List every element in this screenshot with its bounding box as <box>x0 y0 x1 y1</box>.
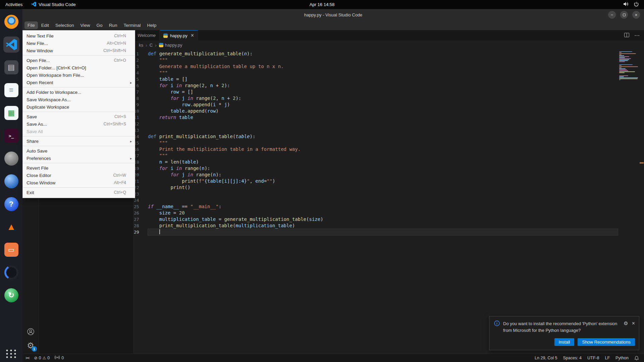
menubar-item-help[interactable]: Help <box>144 21 159 29</box>
power-icon[interactable] <box>634 2 639 7</box>
menubar-item-selection[interactable]: Selection <box>52 21 77 29</box>
encoding[interactable]: UTF-8 <box>587 356 599 360</box>
minimap-line <box>619 66 638 67</box>
dock-item-file-manager[interactable]: ▤ <box>3 59 19 75</box>
line-number: 12 <box>134 121 148 127</box>
line-number: 23 <box>134 191 148 197</box>
menubar-item-view[interactable]: View <box>77 21 93 29</box>
dock-item-dark-browser[interactable] <box>3 264 19 281</box>
title-bar[interactable]: happy.py - Visual Studio Code − × <box>22 9 644 20</box>
breadcrumb-label: C <box>150 43 153 48</box>
menu-item-open-recent[interactable]: Open Recent▸ <box>23 79 135 86</box>
install-button[interactable]: Install <box>554 338 575 346</box>
indentation[interactable]: Spaces: 4 <box>563 356 582 360</box>
menu-item-new-window[interactable]: New WindowCtrl+Shift+N <box>23 47 135 54</box>
split-editor-icon[interactable] <box>624 33 629 39</box>
menu-item-save-workspace-as[interactable]: Save Workspace As... <box>23 96 135 103</box>
menu-item-open-workspace-from-file[interactable]: Open Workspace from File... <box>23 71 135 79</box>
dock-item-recycler[interactable]: ↻ <box>3 287 19 303</box>
manage-gear-icon[interactable]: ⚙ 1 <box>27 341 34 350</box>
code-line-18: n = len(table) <box>148 159 618 165</box>
activities-button[interactable]: Activities <box>0 0 28 9</box>
menu-item-revert-file[interactable]: Revert File <box>23 164 135 172</box>
dock-item-gimp[interactable] <box>3 150 19 167</box>
code-line-23 <box>148 191 618 197</box>
editor[interactable]: 1234567891011121314151617181920212223242… <box>134 50 644 354</box>
file-menu: New Text FileCtrl+NNew File...Alt+Ctrl+N… <box>22 30 135 198</box>
notification-close-icon[interactable]: × <box>632 320 635 326</box>
notification-settings-icon[interactable]: ⚙ <box>624 320 628 326</box>
code-line-20: for j in range(n): <box>148 172 618 178</box>
menu-item-label: Share <box>26 139 39 144</box>
notifications-bell-icon[interactable] <box>634 356 639 361</box>
broadcast-icon <box>55 355 60 361</box>
menubar-item-go[interactable]: Go <box>94 21 106 29</box>
more-actions-icon[interactable]: ⋯ <box>634 32 640 39</box>
menu-item-open-folder-ctrl-k-ctrl-o[interactable]: Open Folder... [Ctrl+K Ctrl+O] <box>23 64 135 71</box>
cursor-position[interactable]: Ln 29, Col 5 <box>535 356 557 360</box>
tab-happy-py[interactable]: happy.py× <box>160 30 198 41</box>
focused-app-indicator[interactable]: Visual Studio Code <box>28 2 79 8</box>
menubar-item-edit[interactable]: Edit <box>38 21 52 29</box>
menu-separator <box>23 187 135 188</box>
tab-welcome[interactable]: Welcome <box>134 30 160 41</box>
clock[interactable]: Apr 16 14:58 <box>0 2 644 7</box>
dock-item-text-editor[interactable]: ≡ <box>3 82 19 98</box>
maximize-button[interactable] <box>620 11 628 19</box>
line-number: 25 <box>134 203 148 210</box>
ports-indicator[interactable]: 0 <box>55 355 64 361</box>
line-number: 20 <box>134 172 148 178</box>
menu-item-close-editor[interactable]: Close EditorCtrl+W <box>23 172 135 179</box>
accounts-icon[interactable] <box>27 328 35 336</box>
dock-item-firefox[interactable] <box>3 14 19 30</box>
minimap-line <box>619 67 622 68</box>
volume-icon[interactable] <box>623 2 629 7</box>
menu-item-new-text-file[interactable]: New Text FileCtrl+N <box>23 32 135 40</box>
minimap-line <box>619 57 625 58</box>
menu-item-share[interactable]: Share▸ <box>23 137 135 145</box>
info-icon <box>494 320 500 327</box>
breadcrumb-item-happy-py[interactable]: happy.py <box>159 43 182 48</box>
menu-item-duplicate-workspace[interactable]: Duplicate Workspace <box>23 103 135 111</box>
menu-item-exit[interactable]: ExitCtrl+Q <box>23 189 135 196</box>
menu-item-label: New Text File <box>26 34 54 39</box>
language-mode[interactable]: Python <box>615 356 629 360</box>
menu-item-close-window[interactable]: Close WindowAlt+F4 <box>23 179 135 186</box>
eol-sequence[interactable]: LF <box>605 356 610 360</box>
dock-item-help[interactable]: ? <box>3 196 19 212</box>
activity-bar-bottom: ⚙ 1 <box>22 328 39 350</box>
dock-item-vscode[interactable] <box>3 37 19 53</box>
menubar-item-file[interactable]: File <box>24 21 38 29</box>
menu-item-preferences[interactable]: Preferences▸ <box>23 155 135 162</box>
menu-separator <box>23 87 135 87</box>
minimize-button[interactable]: − <box>608 11 616 19</box>
focused-app-name: Visual Studio Code <box>39 2 75 7</box>
menubar-item-terminal[interactable]: Terminal <box>120 21 144 29</box>
code-area[interactable]: def generate_multiplication_table(n): ""… <box>148 51 618 354</box>
menu-item-label: Exit <box>26 190 34 195</box>
show-recommendations-button[interactable]: Show Recommendations <box>578 338 635 346</box>
menu-item-save[interactable]: SaveCtrl+S <box>23 113 135 120</box>
tab-close-icon[interactable]: × <box>191 33 194 39</box>
menu-item-add-folder-to-workspace[interactable]: Add Folder to Workspace... <box>23 88 135 96</box>
menubar-item-run[interactable]: Run <box>106 21 120 29</box>
show-applications-button[interactable] <box>6 350 16 358</box>
dock-item-libreoffice-calc[interactable]: ▦ <box>3 105 19 121</box>
desktop: ▤≡▦>_?▲▭↻ happy.py - Visual Studio Code … <box>0 9 644 362</box>
close-button[interactable]: × <box>632 11 640 19</box>
breadcrumb-item-c[interactable]: C <box>150 43 153 48</box>
dock-item-libreoffice-impress[interactable]: ▭ <box>3 242 19 258</box>
dock-item-vlc[interactable]: ▲ <box>3 219 19 235</box>
menu-item-save-as[interactable]: Save As...Ctrl+Shift+S <box>23 120 135 128</box>
menu-item-open-file[interactable]: Open File...Ctrl+O <box>23 57 135 64</box>
breadcrumb-item-ks[interactable]: ks <box>139 43 143 48</box>
menu-item-auto-save[interactable]: Auto Save <box>23 147 135 155</box>
remote-indicator[interactable]: >< <box>25 356 29 360</box>
dock-item-internet[interactable] <box>3 173 19 189</box>
minimap[interactable] <box>619 51 639 80</box>
problems-indicator[interactable]: ⊘0 ⚠0 <box>34 356 50 360</box>
menu-item-new-file[interactable]: New File...Alt+Ctrl+N <box>23 40 135 47</box>
minimap-line <box>619 77 638 78</box>
menu-item-shortcut: Ctrl+W <box>113 173 131 178</box>
dock-item-terminal[interactable]: >_ <box>3 128 19 144</box>
